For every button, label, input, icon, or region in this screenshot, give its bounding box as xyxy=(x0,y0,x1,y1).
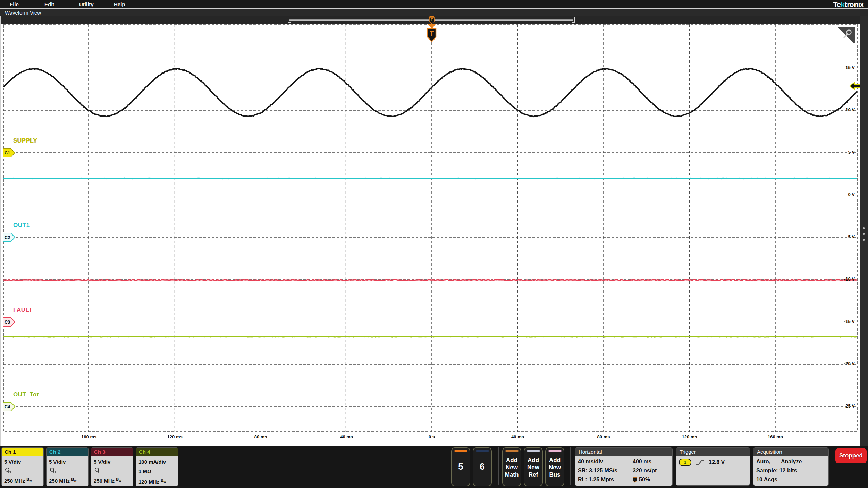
ref-color-bar xyxy=(527,450,540,452)
sample-rate: SR: 3.125 MS/s xyxy=(578,466,633,475)
horizontal-scale: 40 ms/div xyxy=(578,457,633,466)
channel6-label: 6 xyxy=(473,461,491,472)
x-axis-label: 80 ms xyxy=(597,434,610,439)
math-color-bar xyxy=(505,450,519,452)
channel4-badge[interactable]: Ch 4 100 mA/div 1 MΩ 120 MHz Bw xyxy=(136,447,178,486)
x-axis-label: 40 ms xyxy=(511,434,524,439)
channel6-color-bar xyxy=(476,450,489,452)
channel3-scale: 5 V/div xyxy=(94,457,133,466)
acquisition-title: Acquisition xyxy=(753,448,828,456)
rising-edge-icon xyxy=(696,459,705,466)
trace-out_tot xyxy=(3,336,857,337)
x-axis-label: -160 ms xyxy=(80,434,96,439)
channel5-button[interactable]: 5 xyxy=(451,447,470,486)
trigger-position-pct: 50% xyxy=(639,475,650,484)
settings-bar: Ch 1 5 V/div 250 MHz Bw Ch 2 5 V/div 250… xyxy=(0,446,868,488)
x-axis-label: 0 s xyxy=(429,434,435,439)
channel3-ground-marker[interactable]: C3 xyxy=(3,317,16,327)
svg-text:C4: C4 xyxy=(5,404,10,409)
channel1-badge[interactable]: Ch 1 5 V/div 250 MHz Bw xyxy=(1,447,44,486)
acquisition-count: 10 Acqs xyxy=(756,475,826,484)
channel2-ground-marker[interactable]: C2 xyxy=(3,233,16,242)
record-length: RL: 1.25 Mpts xyxy=(578,475,633,484)
trigger-position-cell: T 50% xyxy=(633,475,669,484)
y-axis-label: -15 V xyxy=(844,319,855,324)
channel4-impedance: 1 MΩ xyxy=(138,466,178,476)
channel2-bandwidth: 250 MHz Bw xyxy=(49,475,88,486)
trigger-flag-icon: T xyxy=(633,477,637,483)
channel2-badge[interactable]: Ch 2 5 V/div 250 MHz Bw xyxy=(46,447,89,486)
svg-text:C2: C2 xyxy=(5,235,10,240)
x-axis-label: 120 ms xyxy=(682,434,697,439)
trace-supply xyxy=(3,68,857,117)
channel4-bandwidth: 120 MHz Bw xyxy=(138,476,178,486)
channel1-ground-marker[interactable]: C1 xyxy=(3,148,16,157)
trace-fault xyxy=(3,280,857,280)
add-new-bus-button[interactable]: AddNewBus xyxy=(545,447,564,486)
y-axis-label: -20 V xyxy=(844,361,855,366)
acquisition-analyze: Analyze xyxy=(781,457,802,466)
drag-handle-dots[interactable] xyxy=(863,227,865,241)
y-axis-label: -5 V xyxy=(846,234,855,239)
horizontal-window: 400 ms xyxy=(633,457,669,466)
channel3-badge[interactable]: Ch 3 5 V/div 250 MHz Bw xyxy=(91,447,133,486)
x-axis-label: 160 ms xyxy=(768,434,783,439)
y-axis-label: -10 V xyxy=(844,276,855,282)
menu-file[interactable]: File xyxy=(10,1,40,7)
tektronix-logo: Tektronix xyxy=(833,0,864,9)
probe-icon xyxy=(94,466,133,475)
horizontal-panel[interactable]: Horizontal 40 ms/div 400 ms SR: 3.125 MS… xyxy=(575,447,673,486)
label-fault: FAULT xyxy=(13,307,33,314)
right-edge-strip xyxy=(860,16,868,446)
trace-out1 xyxy=(3,178,857,179)
svg-text:C3: C3 xyxy=(5,319,10,325)
x-axis-label: -120 ms xyxy=(166,434,182,439)
menu-help[interactable]: Help xyxy=(114,1,144,7)
trigger-source-badge: 1 xyxy=(679,459,691,466)
add-new-math-button[interactable]: AddNewMath xyxy=(502,447,521,486)
svg-text:T: T xyxy=(634,478,636,481)
channel5-color-bar xyxy=(454,450,467,452)
waveform-display: T T C1 C2 C3 C4 SUPPLY OUT1 FAULT OUT_To… xyxy=(0,16,868,446)
y-axis-label: 0 V xyxy=(848,192,855,197)
divider xyxy=(570,447,571,485)
zoom-corner-button[interactable] xyxy=(838,26,856,44)
divider xyxy=(498,447,499,485)
time-per-point: 320 ns/pt xyxy=(633,466,669,475)
menu-edit[interactable]: Edit xyxy=(44,1,74,7)
waveform-view-header: Waveform View xyxy=(0,8,868,16)
y-axis-label: 10 V xyxy=(845,107,855,112)
acquisition-panel[interactable]: Acquisition Auto, Analyze Sample: 12 bit… xyxy=(753,447,829,486)
channel4-scale: 100 mA/div xyxy=(138,457,178,466)
waveform-plot xyxy=(1,16,868,446)
y-axis-label: -25 V xyxy=(844,403,855,409)
svg-text:C1: C1 xyxy=(5,150,10,155)
horizontal-title: Horizontal xyxy=(575,448,672,456)
channel4-name: Ch 4 xyxy=(136,448,178,456)
channel1-bandwidth: 250 MHz Bw xyxy=(4,475,43,486)
channel1-name: Ch 1 xyxy=(2,448,43,456)
x-axis-label: -80 ms xyxy=(253,434,267,439)
acquisition-sample: Sample: 12 bits xyxy=(756,466,826,475)
add-new-ref-button[interactable]: AddNewRef xyxy=(524,447,543,486)
channel2-name: Ch 2 xyxy=(47,448,88,456)
y-axis-label: 15 V xyxy=(845,65,855,70)
bus-color-bar xyxy=(548,450,562,452)
run-stop-button[interactable]: Stopped xyxy=(835,448,867,463)
trigger-level: 12.8 V xyxy=(709,458,725,467)
svg-text:T: T xyxy=(430,30,434,37)
label-out1: OUT1 xyxy=(13,222,30,229)
channel3-bandwidth: 250 MHz Bw xyxy=(94,475,133,486)
label-supply: SUPPLY xyxy=(13,137,37,144)
probe-icon xyxy=(4,466,43,475)
trigger-panel[interactable]: Trigger 1 12.8 V xyxy=(676,447,750,486)
trigger-time-flag[interactable]: T xyxy=(425,24,440,44)
channel3-name: Ch 3 xyxy=(91,448,133,456)
channel6-button[interactable]: 6 xyxy=(473,447,492,486)
channel4-ground-marker[interactable]: C4 xyxy=(3,402,16,411)
channel5-label: 5 xyxy=(452,461,470,472)
label-out-tot: OUT_Tot xyxy=(13,391,39,398)
channel1-scale: 5 V/div xyxy=(4,457,43,466)
x-axis-label: -40 ms xyxy=(339,434,353,439)
menu-utility[interactable]: Utility xyxy=(79,1,109,7)
